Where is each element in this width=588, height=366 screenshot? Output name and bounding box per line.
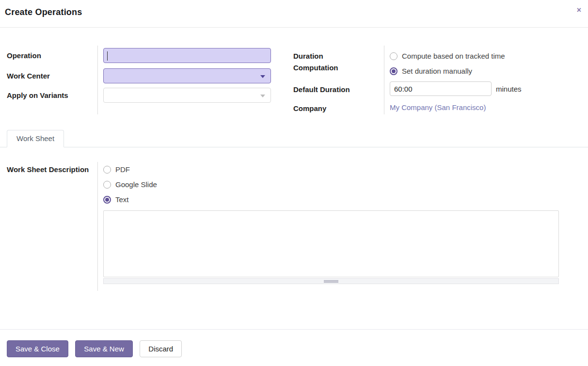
resize-grip-icon [324, 280, 338, 283]
work-sheet-label: Work Sheet [7, 165, 47, 174]
left-field-column [97, 46, 293, 114]
chevron-down-icon [260, 75, 265, 78]
radio-option-label: Set duration manually [402, 67, 472, 75]
duration-computation-radio-group: Compute based on tracked timeSet duratio… [390, 48, 583, 79]
default-duration-input[interactable] [390, 81, 492, 96]
form-grid: Operation Work Center Apply on Variants … [0, 46, 588, 114]
dialog-footer: Save & Close Save & New Discard [0, 329, 588, 357]
radio-option[interactable]: Compute based on tracked time [390, 48, 583, 64]
apply-on-variants-label: Apply on Variants [7, 88, 97, 108]
radio-unselected-icon[interactable] [390, 52, 397, 60]
dialog-header: Create Operations × [0, 0, 588, 28]
chevron-down-icon [260, 95, 265, 97]
tab-work-sheet[interactable]: Work Sheet [7, 130, 64, 147]
radio-selected-icon[interactable] [390, 67, 397, 75]
duration-computation-label: Duration Computation [293, 50, 356, 81]
radio-option-label: Compute based on tracked time [402, 52, 505, 60]
radio-option[interactable]: Text [103, 192, 588, 207]
apply-on-variants-select[interactable] [103, 88, 271, 103]
work-sheet-radio-group: PDFGoogle SlideText [103, 162, 588, 207]
form-right-column: Duration Computation Default Duration Co… [293, 46, 588, 114]
tab-field-column: PDFGoogle SlideText [97, 162, 588, 291]
default-duration-unit: minutes [496, 85, 522, 93]
dialog-title: Create Operations [5, 7, 82, 17]
textarea-resize-bar[interactable] [103, 278, 559, 284]
work-sheet-tab-content: Work Sheet Description PDFGoogle SlideTe… [0, 162, 588, 291]
description-textarea[interactable] [103, 210, 559, 277]
radio-option-label: Text [115, 195, 129, 204]
description-label: Description [49, 165, 89, 174]
company-label: Company [293, 103, 384, 114]
left-label-column: Operation Work Center Apply on Variants [7, 46, 97, 114]
default-duration-row: minutes [390, 81, 583, 96]
radio-selected-icon[interactable] [103, 196, 111, 204]
discard-button[interactable]: Discard [140, 340, 182, 357]
operation-input[interactable] [103, 48, 271, 63]
tab-label-column: Work Sheet Description [7, 162, 97, 291]
radio-option[interactable]: Set duration manually [390, 64, 583, 79]
form-left-column: Operation Work Center Apply on Variants [0, 46, 293, 114]
company-row: My Company (San Francisco) [390, 103, 583, 112]
right-field-column: Compute based on tracked timeSet duratio… [384, 46, 588, 114]
radio-option-label: PDF [115, 165, 130, 174]
right-label-column: Duration Computation Default Duration Co… [293, 46, 384, 114]
close-icon[interactable]: × [577, 6, 581, 14]
radio-option[interactable]: PDF [103, 162, 588, 177]
create-operations-dialog: Create Operations × Operation Work Cente… [0, 0, 588, 366]
company-link[interactable]: My Company (San Francisco) [390, 103, 486, 111]
save-and-new-button[interactable]: Save & New [75, 340, 133, 357]
text-cursor [107, 51, 108, 61]
radio-option[interactable]: Google Slide [103, 177, 588, 192]
work-center-label: Work Center [7, 68, 97, 88]
default-duration-label: Default Duration [293, 81, 384, 103]
radio-unselected-icon[interactable] [103, 181, 111, 189]
radio-unselected-icon[interactable] [103, 166, 111, 174]
work-center-select[interactable] [103, 68, 271, 83]
operation-label: Operation [7, 48, 97, 68]
notebook-tab-bar: Work Sheet [0, 129, 588, 147]
save-and-close-button[interactable]: Save & Close [7, 340, 68, 357]
radio-option-label: Google Slide [115, 180, 157, 189]
